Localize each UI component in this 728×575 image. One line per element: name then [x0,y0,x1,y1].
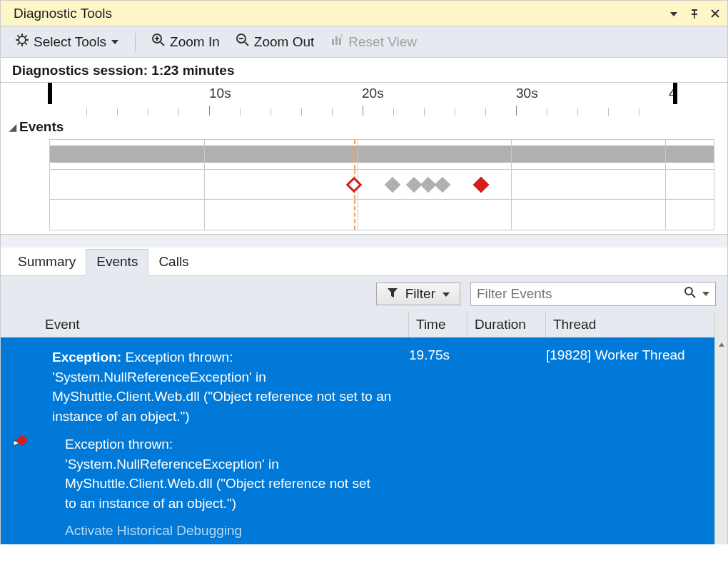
svg-marker-33 [443,292,450,297]
close-icon[interactable] [710,9,720,19]
svg-point-34 [685,288,692,295]
svg-rect-4 [694,15,695,19]
svg-marker-36 [702,292,709,296]
chevron-down-icon[interactable] [702,288,709,300]
reset-view-label: Reset View [348,34,417,50]
svg-rect-24 [332,39,334,45]
svg-marker-32 [388,288,398,297]
row-thread: [19828] Worker Thread [546,347,714,426]
col-time[interactable]: Time [409,312,467,337]
exception-marker-selected[interactable] [346,177,363,193]
lane-area[interactable] [49,139,714,230]
event-marker[interactable] [385,177,401,193]
session-label: Diagnostics session: [12,63,148,78]
events-section-title: Events [19,119,64,135]
svg-marker-0 [670,12,677,16]
table-row[interactable]: Exception: Exception thrown: 'System.Nul… [1,345,714,427]
svg-line-13 [25,43,26,44]
lane-exceptions [50,170,714,200]
tabs-row: Summary Events Calls [0,248,728,276]
tab-events[interactable]: Events [86,249,148,276]
events-section-header[interactable]: ◢ Events [9,119,714,135]
titlebar: Diagnostic Tools [0,0,728,26]
svg-rect-37 [16,436,29,446]
filter-search[interactable] [470,282,716,306]
col-thread[interactable]: Thread [546,312,714,337]
reset-view-icon: ? [330,33,344,51]
svg-text:?: ? [340,33,343,39]
svg-rect-25 [335,36,338,45]
toolbar-separator [135,33,136,51]
filter-input[interactable] [477,286,655,302]
timeline-ruler[interactable]: 10s 20s 30s 4 [0,83,728,116]
toolbar: Select Tools Zoom In Zoom Out ? Reset Vi… [0,26,728,58]
table-header: Event Time Duration Thread [1,312,714,337]
window-menu-icon[interactable] [669,9,679,19]
chevron-down-icon [111,34,119,50]
row-event-text: Exception: Exception thrown: 'System.Nul… [38,347,409,426]
filter-row: Filter [0,276,728,312]
scroll-up-icon[interactable] [715,337,727,352]
row-time: 19.75s [409,347,467,426]
collapse-icon: ◢ [9,122,16,133]
events-section: ◢ Events [0,116,728,235]
svg-rect-3 [692,14,697,15]
svg-marker-16 [111,40,118,44]
break-bar [50,146,714,163]
svg-line-35 [692,294,695,297]
svg-point-7 [19,36,26,44]
exception-marker[interactable] [473,177,490,193]
pin-icon[interactable] [689,8,700,19]
chevron-down-icon [443,286,450,302]
filter-icon [387,286,398,302]
select-tools-label: Select Tools [34,34,106,50]
zoom-in-label: Zoom In [170,34,220,50]
svg-line-12 [18,36,19,37]
window-title: Diagnostic Tools [14,6,112,21]
scrollbar-header-gap [714,312,727,337]
lane-break [50,140,714,170]
svg-line-22 [245,42,248,46]
event-marker[interactable] [435,177,451,193]
zoom-out-icon [236,33,250,51]
session-info: Diagnostics session: 1:23 minutes [0,58,728,83]
zoom-in-button[interactable]: Zoom In [148,31,223,52]
ruler-tick-20s: 20s [362,86,384,101]
zoom-out-label: Zoom Out [254,34,314,50]
row-duration [467,347,546,426]
timeline-cursor[interactable] [354,140,355,169]
vertical-scrollbar[interactable] [714,337,727,544]
event-table: Event Time Duration Thread Exception: Ex… [0,312,728,544]
reset-view-button[interactable]: ? Reset View [327,31,420,52]
section-spacer [0,235,728,248]
range-end-marker[interactable] [673,83,677,104]
gear-icon [15,33,29,51]
search-icon[interactable] [684,286,697,302]
filter-button[interactable]: Filter [376,283,460,305]
activate-historical-debugging-link[interactable]: Activate Historical Debugging [65,523,714,539]
session-duration: 1:23 minutes [151,63,234,78]
col-duration[interactable]: Duration [467,312,546,337]
filter-label: Filter [405,286,435,302]
col-event[interactable]: Event [38,312,409,337]
svg-marker-39 [719,342,724,347]
row-detail-indent [1,434,38,513]
tab-calls[interactable]: Calls [148,250,198,275]
ruler-tick-30s: 30s [516,86,538,101]
zoom-in-icon [151,33,166,51]
row-indent [1,347,38,426]
svg-rect-2 [692,9,697,11]
event-list: Exception: Exception thrown: 'System.Nul… [1,337,714,544]
zoom-out-button[interactable]: Zoom Out [233,31,317,52]
scroll-track[interactable] [715,352,727,544]
lane-intellitrace [50,200,714,230]
tab-summary[interactable]: Summary [8,250,86,275]
ruler-tick-10s: 10s [209,86,231,101]
select-tools-button[interactable]: Select Tools [12,31,122,52]
window-controls [669,8,720,19]
range-start-marker[interactable] [48,83,52,104]
svg-line-14 [18,43,19,44]
row-detail-text: Exception thrown: 'System.NullReferenceE… [65,434,400,513]
svg-line-18 [161,42,164,46]
svg-line-15 [25,36,26,37]
